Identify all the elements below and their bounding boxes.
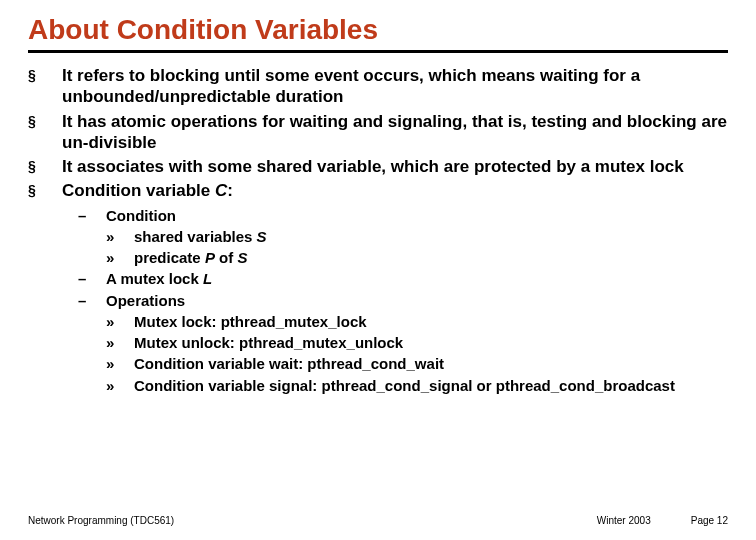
footer-term: Winter 2003 — [597, 515, 651, 526]
text-run: A mutex lock — [106, 270, 203, 287]
square-bullet-icon: § — [28, 156, 62, 176]
sub-sub-item: » Condition variable signal: pthread_con… — [106, 376, 728, 396]
bullet-text: It has atomic operations for waiting and… — [62, 111, 728, 154]
sub-sub-list: » shared variables S » predicate P of S — [106, 227, 728, 269]
bullet-text: Condition variable C: — [62, 180, 728, 201]
sub-sub-text: Condition variable signal: pthread_cond_… — [134, 376, 728, 396]
text-run: : — [227, 181, 233, 200]
sub-sub-item: » shared variables S — [106, 227, 728, 247]
text-run: predicate — [134, 249, 205, 266]
text-run: shared variables — [134, 228, 257, 245]
bullet-item: § It associates with some shared variabl… — [28, 156, 728, 177]
text-run: of — [215, 249, 238, 266]
sub-sub-item: » Condition variable wait: pthread_cond_… — [106, 354, 728, 374]
sub-sub-item: » predicate P of S — [106, 248, 728, 268]
italic-var: S — [257, 228, 267, 245]
italic-var: C — [215, 181, 227, 200]
sub-item: – Operations — [78, 291, 728, 311]
footer-right: Winter 2003 Page 12 — [597, 515, 728, 526]
footer-left: Network Programming (TDC561) — [28, 515, 174, 526]
sub-sub-text: Mutex lock: pthread_mutex_lock — [134, 312, 728, 332]
sub-sub-text: shared variables S — [134, 227, 728, 247]
sub-sub-list: » Mutex lock: pthread_mutex_lock » Mutex… — [106, 312, 728, 396]
slide: About Condition Variables § It refers to… — [0, 0, 756, 540]
sub-sub-item: » Mutex lock: pthread_mutex_lock — [106, 312, 728, 332]
sub-sub-text: predicate P of S — [134, 248, 728, 268]
footer-page: Page 12 — [691, 515, 728, 526]
sub-text: Operations — [106, 291, 728, 311]
bullet-list: § It refers to blocking until some event… — [28, 65, 728, 202]
sub-item: – A mutex lock L — [78, 269, 728, 289]
raquo-bullet-icon: » — [106, 376, 134, 396]
text-run: Condition variable — [62, 181, 215, 200]
raquo-bullet-icon: » — [106, 333, 134, 353]
raquo-bullet-icon: » — [106, 354, 134, 374]
dash-bullet-icon: – — [78, 269, 106, 289]
sub-sub-item: » Mutex unlock: pthread_mutex_unlock — [106, 333, 728, 353]
square-bullet-icon: § — [28, 65, 62, 85]
sub-list: – Condition » shared variables S » predi… — [78, 206, 728, 396]
raquo-bullet-icon: » — [106, 248, 134, 268]
bullet-item: § Condition variable C: — [28, 180, 728, 201]
italic-var: P — [205, 249, 215, 266]
italic-var: S — [237, 249, 247, 266]
dash-bullet-icon: – — [78, 206, 106, 226]
square-bullet-icon: § — [28, 180, 62, 200]
sub-text: Condition — [106, 206, 728, 226]
slide-title: About Condition Variables — [28, 14, 728, 46]
sub-sub-text: Condition variable wait: pthread_cond_wa… — [134, 354, 728, 374]
footer: Network Programming (TDC561) Winter 2003… — [28, 515, 728, 526]
sub-text: A mutex lock L — [106, 269, 728, 289]
sub-item: – Condition — [78, 206, 728, 226]
title-rule — [28, 50, 728, 53]
square-bullet-icon: § — [28, 111, 62, 131]
bullet-text: It refers to blocking until some event o… — [62, 65, 728, 108]
raquo-bullet-icon: » — [106, 227, 134, 247]
italic-var: L — [203, 270, 212, 287]
sub-sub-text: Mutex unlock: pthread_mutex_unlock — [134, 333, 728, 353]
raquo-bullet-icon: » — [106, 312, 134, 332]
dash-bullet-icon: – — [78, 291, 106, 311]
bullet-text: It associates with some shared variable,… — [62, 156, 728, 177]
bullet-item: § It has atomic operations for waiting a… — [28, 111, 728, 154]
bullet-item: § It refers to blocking until some event… — [28, 65, 728, 108]
